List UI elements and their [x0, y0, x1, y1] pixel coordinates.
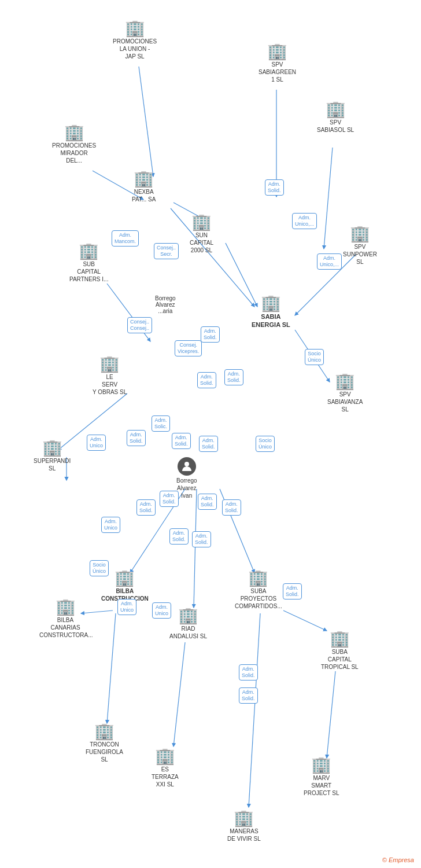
building-icon: 🏢: [191, 214, 212, 230]
building-icon: 🏢: [335, 373, 355, 389]
node-suba-proyectos[interactable]: 🏢 SUBA PROYECTOS COMPARTIDOS...: [235, 570, 282, 610]
node-label: ES TERRAZA XXI SL: [152, 766, 179, 788]
node-promociones-la-union[interactable]: 🏢 PROMOCIONES LA UNION - JAP SL: [113, 20, 157, 60]
svg-line-11: [194, 489, 197, 608]
node-riad-andalusi[interactable]: 🏢 RIAD ANDALUSI SL: [169, 608, 207, 640]
role-badge-adm-solid-4[interactable]: Adm.Solid.: [197, 372, 216, 388]
role-badge-adm-solid-15[interactable]: Adm.Solid.: [239, 687, 258, 704]
role-badge-socio-unico-1[interactable]: SocioÚnico: [305, 349, 324, 365]
role-badge-adm-unico-5[interactable]: Adm.Unico: [117, 599, 136, 615]
building-icon: 🏢: [330, 631, 350, 647]
building-icon: 🏢: [267, 43, 287, 60]
node-sun-capital[interactable]: 🏢 SUN CAPITAL 2000 SL: [190, 214, 213, 254]
svg-line-15: [173, 642, 185, 746]
building-icon: 🏢: [155, 748, 175, 764]
node-sub-capital-partners[interactable]: 🏢 SUB CAPITAL PARTNERS I...: [69, 243, 108, 283]
building-icon: 🏢: [79, 243, 99, 259]
node-label: SPV SABIAGREEN 1 SL: [258, 61, 296, 83]
building-icon-highlight: 🏢: [261, 295, 281, 311]
node-label: BILBA CANARIAS CONSTRUCTORA...: [39, 616, 91, 639]
role-badge-adm-solid-3[interactable]: Adm.Solid.: [224, 369, 243, 385]
node-label: SUBA CAPITAL TROPICAL SL: [321, 648, 359, 671]
node-label: SPV SUNPOWER SL: [343, 243, 377, 266]
node-label: MARV SMART PROJECT SL: [304, 774, 339, 797]
role-badge-adm-solid-7[interactable]: Adm.Solid.: [199, 436, 218, 452]
role-badge-adm-solic-1[interactable]: Adm.Solic.: [152, 415, 170, 432]
role-badge-socio-unico-3[interactable]: SocioÚnico: [90, 560, 109, 576]
building-icon: 🏢: [115, 570, 135, 586]
building-icon: 🏢: [42, 440, 62, 456]
role-badge-adm-solid-suba[interactable]: Adm.Solid.: [283, 583, 302, 599]
role-badge-adm-solid-14[interactable]: Adm.Solid.: [239, 664, 258, 681]
role-badge-consej-consej[interactable]: Consej..Consej..: [127, 317, 152, 333]
role-badge-adm-unico-2[interactable]: Adm.Unico,...: [317, 253, 342, 270]
node-bilba-canarias[interactable]: 🏢 BILBA CANARIAS CONSTRUCTORA...: [39, 599, 91, 639]
building-icon: 🏢: [248, 570, 268, 586]
node-maneras-de-vivir[interactable]: 🏢 MANERAS DE VIVIR SL: [227, 810, 261, 843]
role-badge-adm-solid-13[interactable]: Adm.Solid.: [192, 531, 211, 547]
building-icon: 🏢: [94, 723, 115, 740]
node-label: SUN CAPITAL 2000 SL: [190, 231, 213, 254]
role-badge-socio-unico-2[interactable]: SocioÚnico: [256, 436, 275, 452]
node-es-terraza-xxi[interactable]: 🏢 ES TERRAZA XXI SL: [152, 748, 179, 788]
node-label: SPV SABIAVANZA SL: [327, 391, 363, 413]
role-badge-adm-solid-5[interactable]: Adm.Solid.: [127, 430, 146, 446]
building-icon: 🏢: [99, 356, 120, 372]
role-badge-adm-solid-2[interactable]: Adm.Solid.: [201, 326, 220, 343]
svg-line-2: [324, 148, 333, 249]
label-borrego-alvarez-maria: BorregoAlvarez...aria: [155, 295, 176, 314]
node-marv-smart-project[interactable]: 🏢 MARV SMART PROJECT SL: [304, 757, 339, 797]
graph-container: 🏢 PROMOCIONES LA UNION - JAP SL 🏢 SPV SA…: [0, 0, 421, 868]
svg-line-16: [283, 610, 327, 631]
node-promociones-mirador[interactable]: 🏢 PROMOCIONES MIRADOR DEL...: [52, 124, 96, 164]
building-icon: 🏢: [178, 608, 198, 624]
role-badge-consej-secr[interactable]: Consej..Secr.: [154, 243, 179, 259]
svg-line-17: [249, 613, 260, 807]
svg-point-21: [184, 462, 189, 466]
role-badge-adm-unico-4[interactable]: Adm.Unico: [101, 517, 120, 533]
role-badge-adm-solid-12[interactable]: Adm.Solid.: [169, 528, 189, 545]
node-label: NEXBA PAT... SA: [132, 188, 156, 203]
node-label: LE SERV Y OBRAS SL: [93, 373, 127, 396]
node-label: TRONCON FUENGIROLA SL: [86, 741, 123, 763]
role-badge-adm-unico-1[interactable]: Adm.Unico,...: [292, 213, 317, 229]
building-icon: 🏢: [234, 810, 254, 826]
node-nexba-pat[interactable]: 🏢 NEXBA PAT... SA: [132, 171, 156, 203]
building-icon: 🏢: [311, 757, 331, 773]
node-suba-capital-tropical[interactable]: 🏢 SUBA CAPITAL TROPICAL SL: [321, 631, 359, 671]
copyright: © Empresa: [382, 856, 414, 863]
role-badge-adm-solid-6[interactable]: Adm.Solid.: [172, 433, 191, 449]
node-spv-sabiavanza[interactable]: 🏢 SPV SABIAVANZA SL: [327, 373, 363, 413]
svg-line-14: [107, 613, 116, 723]
role-badge-adm-solid-8[interactable]: Adm.Solid.: [136, 499, 156, 516]
node-label: SUB CAPITAL PARTNERS I...: [69, 260, 108, 283]
role-badge-adm-solid-11[interactable]: Adm.Solid.: [222, 499, 241, 516]
node-sabia-energia[interactable]: 🏢 SABIA ENERGIA SL: [252, 295, 290, 329]
node-borrego-alvarez-ivan[interactable]: Borrego Alvarez Ivan: [176, 457, 197, 499]
node-label: Borrego Alvarez Ivan: [176, 477, 197, 499]
node-troncon-fuengirola[interactable]: 🏢 TRONCON FUENGIROLA SL: [86, 723, 123, 763]
building-icon: 🏢: [350, 226, 370, 242]
building-icon: 🏢: [125, 20, 145, 36]
node-spv-sabiagreen[interactable]: 🏢 SPV SABIAGREEN 1 SL: [258, 43, 296, 83]
node-label: SPV SABIASOL SL: [317, 119, 354, 134]
role-badge-adm-unico-3[interactable]: Adm.Unico: [87, 435, 106, 451]
node-spv-sabiasol[interactable]: 🏢 SPV SABIASOL SL: [317, 101, 354, 134]
node-le-serv-obras[interactable]: 🏢 LE SERV Y OBRAS SL: [93, 356, 127, 396]
node-spv-sunpower[interactable]: 🏢 SPV SUNPOWER SL: [343, 226, 377, 266]
node-label: MANERAS DE VIVIR SL: [227, 827, 261, 843]
building-icon: 🏢: [326, 101, 346, 117]
node-label: SABIA ENERGIA SL: [252, 312, 290, 329]
role-badge-consej-vicepres[interactable]: Consej.Vicepres.: [175, 340, 202, 356]
person-icon: [178, 457, 196, 476]
node-label: PROMOCIONES MIRADOR DEL...: [52, 142, 96, 164]
role-badge-adm-solid-1[interactable]: Adm.Solid.: [265, 179, 284, 196]
svg-line-0: [139, 67, 153, 176]
svg-line-18: [327, 671, 335, 758]
role-badge-adm-unico-6[interactable]: Adm.Unico: [152, 602, 171, 619]
node-superpandi[interactable]: 🏢 SUPERPANDI SL: [34, 440, 71, 472]
building-icon: 🏢: [134, 171, 154, 187]
role-badge-adm-mancom[interactable]: Adm.Mancom.: [112, 230, 139, 247]
role-badge-adm-solid-9[interactable]: Adm.Solid.: [160, 491, 179, 507]
role-badge-adm-solid-10[interactable]: Adm.Solid.: [198, 494, 217, 510]
